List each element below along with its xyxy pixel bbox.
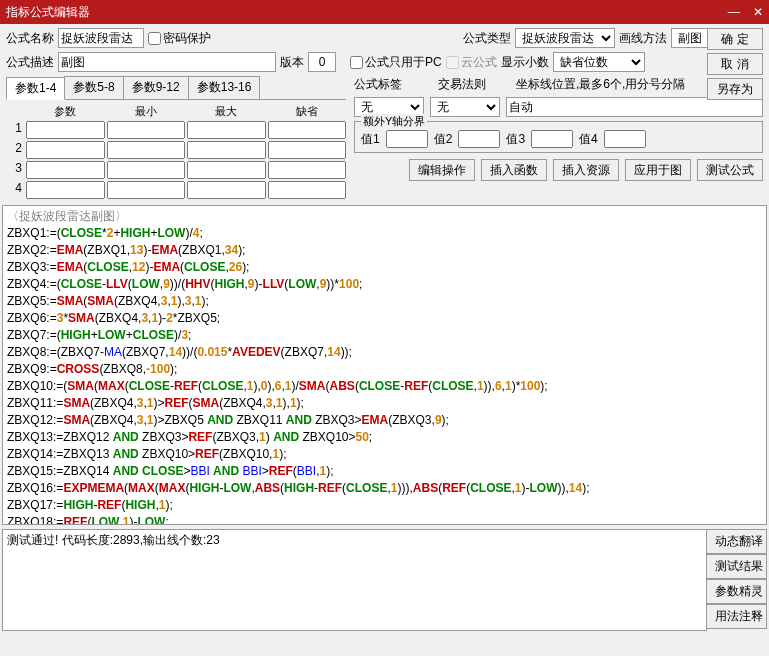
p4-min[interactable] (107, 181, 186, 199)
label-v1: 值1 (361, 131, 380, 148)
v1-input[interactable] (386, 130, 428, 148)
p1-min[interactable] (107, 121, 186, 139)
p2-max[interactable] (187, 141, 266, 159)
label-drawmethod: 画线方法 (619, 30, 667, 47)
label-law: 交易法则 (438, 76, 486, 93)
test-button[interactable]: 测试公式 (697, 159, 763, 181)
label-pwd: 密码保护 (163, 30, 211, 47)
param-tabs: 参数1-4 参数5-8 参数9-12 参数13-16 (6, 76, 346, 100)
label-type: 公式类型 (463, 30, 511, 47)
tab-params-1-4[interactable]: 参数1-4 (6, 77, 65, 100)
apply-button[interactable]: 应用于图 (625, 159, 691, 181)
p2-def[interactable] (268, 141, 347, 159)
p2-name[interactable] (26, 141, 105, 159)
password-checkbox[interactable] (148, 32, 161, 45)
label-tag: 公式标签 (354, 76, 402, 93)
label-v3: 值3 (506, 131, 525, 148)
row-1: 1 (6, 121, 24, 139)
axispos-input[interactable] (506, 97, 763, 117)
p3-max[interactable] (187, 161, 266, 179)
label-v4: 值4 (579, 131, 598, 148)
label-axispos: 坐标线位置,最多6个,用分号分隔 (516, 76, 685, 93)
p1-name[interactable] (26, 121, 105, 139)
label-cloud: 云公式 (461, 54, 497, 71)
editop-button[interactable]: 编辑操作 (409, 159, 475, 181)
label-pconly: 公式只用于PC (365, 54, 442, 71)
formula-name-input[interactable] (58, 28, 144, 48)
p1-max[interactable] (187, 121, 266, 139)
label-desc: 公式描述 (6, 54, 54, 71)
p3-def[interactable] (268, 161, 347, 179)
insfn-button[interactable]: 插入函数 (481, 159, 547, 181)
p3-min[interactable] (107, 161, 186, 179)
label-ver: 版本 (280, 54, 304, 71)
window-title: 指标公式编辑器 (6, 4, 90, 21)
row-2: 2 (6, 141, 24, 159)
v2-input[interactable] (458, 130, 500, 148)
status-panel: 测试通过! 代码长度:2893,输出线个数:23 (2, 529, 707, 631)
hdr-min: 最小 (107, 104, 186, 119)
ok-button[interactable]: 确 定 (707, 28, 763, 50)
dyntrans-button[interactable]: 动态翻译 (707, 529, 767, 554)
label-name: 公式名称 (6, 30, 54, 47)
paramwiz-button[interactable]: 参数精灵 (707, 579, 767, 604)
version-input[interactable] (308, 52, 336, 72)
formula-type-select[interactable]: 捉妖波段雷达 (515, 28, 615, 48)
label-v2: 值2 (434, 131, 453, 148)
tab-params-5-8[interactable]: 参数5-8 (64, 76, 123, 99)
v4-input[interactable] (604, 130, 646, 148)
tab-params-13-16[interactable]: 参数13-16 (188, 76, 261, 99)
tab-params-9-12[interactable]: 参数9-12 (123, 76, 189, 99)
row-3: 3 (6, 161, 24, 179)
cloud-checkbox (446, 56, 459, 69)
usage-button[interactable]: 用法注释 (707, 604, 767, 629)
label-yextra: 额外Y轴分界 (361, 114, 427, 129)
hdr-param: 参数 (26, 104, 105, 119)
saveas-button[interactable]: 另存为 (707, 78, 763, 100)
code-editor[interactable]: 〈捉妖波段雷达副图〉 ZBXQ1:=(CLOSE*2+HIGH+LOW)/4; … (2, 205, 767, 525)
p4-max[interactable] (187, 181, 266, 199)
cancel-button[interactable]: 取 消 (707, 53, 763, 75)
hdr-def: 缺省 (268, 104, 347, 119)
row-4: 4 (6, 181, 24, 199)
testres-button[interactable]: 测试结果 (707, 554, 767, 579)
hdr-max: 最大 (187, 104, 266, 119)
p4-def[interactable] (268, 181, 347, 199)
p1-def[interactable] (268, 121, 347, 139)
v3-input[interactable] (531, 130, 573, 148)
p2-min[interactable] (107, 141, 186, 159)
label-showdec: 显示小数 (501, 54, 549, 71)
desc-input[interactable] (58, 52, 276, 72)
insres-button[interactable]: 插入资源 (553, 159, 619, 181)
p3-name[interactable] (26, 161, 105, 179)
pconly-checkbox[interactable] (350, 56, 363, 69)
window-close-icon[interactable]: ✕ (753, 5, 763, 19)
decimal-select[interactable]: 缺省位数 (553, 52, 645, 72)
law-select[interactable]: 无 (430, 97, 500, 117)
p4-name[interactable] (26, 181, 105, 199)
window-min-icon[interactable]: — (728, 5, 740, 19)
